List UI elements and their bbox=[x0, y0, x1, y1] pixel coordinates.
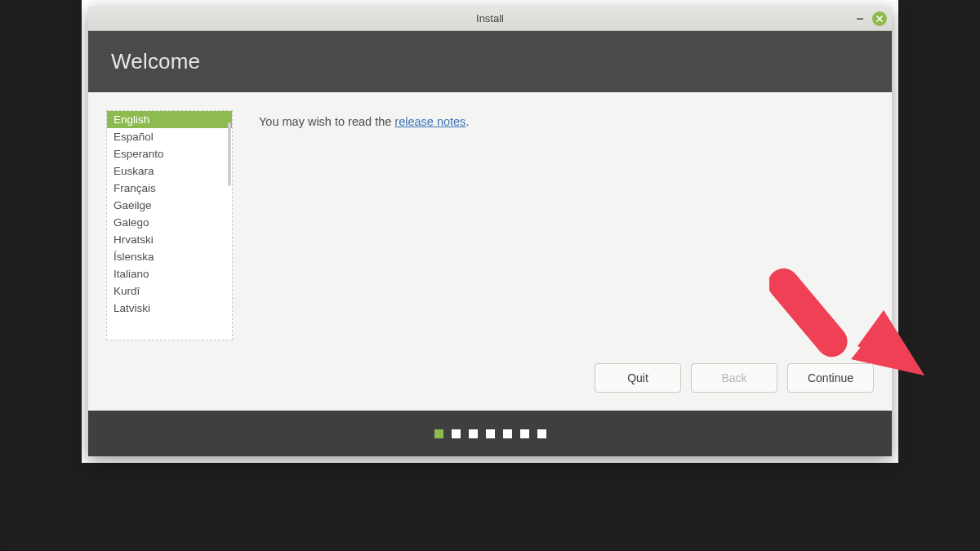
language-option[interactable]: Français bbox=[107, 180, 232, 197]
progress-step bbox=[452, 429, 461, 438]
progress-step bbox=[537, 429, 546, 438]
language-option[interactable]: Español bbox=[107, 128, 232, 145]
language-option[interactable]: Italiano bbox=[107, 265, 232, 282]
language-option[interactable]: Hrvatski bbox=[107, 231, 232, 248]
language-option[interactable]: Latviski bbox=[107, 300, 232, 317]
language-option[interactable]: English bbox=[107, 111, 232, 128]
note-prefix: You may wish to read the bbox=[259, 115, 394, 128]
page-body: EnglishEspañolEsperantoEuskaraFrançaisGa… bbox=[88, 92, 892, 411]
release-notes-text: You may wish to read the release notes. bbox=[259, 115, 874, 128]
minimize-button[interactable]: – bbox=[853, 11, 867, 26]
page-title: Welcome bbox=[111, 49, 869, 74]
progress-step bbox=[434, 429, 443, 438]
close-button[interactable] bbox=[872, 11, 887, 26]
language-list[interactable]: EnglishEspañolEsperantoEuskaraFrançaisGa… bbox=[106, 110, 233, 340]
close-icon bbox=[875, 15, 884, 23]
progress-dots bbox=[88, 411, 892, 456]
window-title: Install bbox=[476, 12, 504, 24]
minimize-icon: – bbox=[857, 12, 864, 25]
note-suffix: . bbox=[466, 115, 469, 128]
nav-buttons: Quit Back Continue bbox=[595, 363, 874, 393]
screenshot-frame: Install – Welcome bbox=[82, 0, 898, 463]
installer-window: Install – Welcome bbox=[88, 7, 892, 456]
quit-button[interactable]: Quit bbox=[595, 363, 681, 393]
language-option[interactable]: Galego bbox=[107, 214, 232, 231]
progress-step bbox=[520, 429, 529, 438]
language-option[interactable]: Gaeilge bbox=[107, 197, 232, 214]
scrollbar-track[interactable] bbox=[227, 111, 232, 340]
content-pane: You may wish to read the release notes. … bbox=[259, 110, 874, 393]
continue-button[interactable]: Continue bbox=[787, 363, 874, 393]
window-titlebar[interactable]: Install – bbox=[88, 7, 892, 31]
progress-step bbox=[469, 429, 478, 438]
language-option[interactable]: Kurdî bbox=[107, 282, 232, 300]
progress-step bbox=[486, 429, 495, 438]
back-button[interactable]: Back bbox=[691, 363, 777, 393]
svg-rect-2 bbox=[769, 262, 853, 363]
scrollbar-thumb[interactable] bbox=[228, 122, 231, 186]
progress-step bbox=[503, 429, 512, 438]
language-option[interactable]: Íslenska bbox=[107, 248, 232, 265]
language-option[interactable]: Euskara bbox=[107, 162, 232, 180]
language-option[interactable]: Esperanto bbox=[107, 145, 232, 162]
page-header: Welcome bbox=[88, 31, 892, 92]
release-notes-link[interactable]: release notes bbox=[394, 115, 466, 128]
desktop-background: Install – Welcome bbox=[0, 0, 980, 551]
